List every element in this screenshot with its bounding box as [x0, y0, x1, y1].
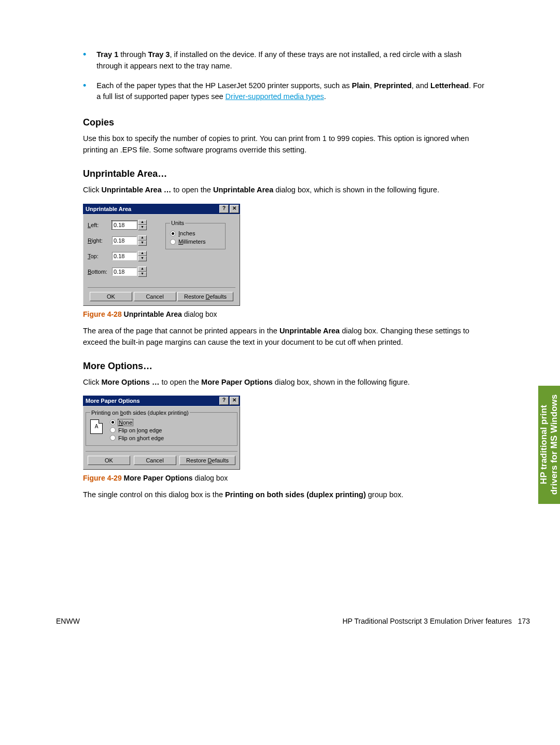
duplex-short-edge-option[interactable]: Flip on short edge — [110, 435, 164, 441]
radio-icon — [110, 427, 116, 433]
figure-4-28-caption: Figure 4-28 Unprintable Area dialog box — [83, 310, 487, 318]
driver-media-types-link[interactable]: Driver-supported media types — [226, 92, 324, 101]
right-label: Right: — [88, 237, 112, 244]
figure-4-29-caption: Figure 4-29 More Paper Options dialog bo… — [83, 474, 487, 482]
page-footer: ENWW HP Traditional Postscript 3 Emulati… — [56, 617, 530, 625]
dialog-titlebar: More Paper Options ? ✕ — [83, 396, 240, 406]
radio-checked-icon — [170, 231, 176, 236]
close-icon[interactable]: ✕ — [230, 397, 239, 405]
more-options-intro: Click More Options … to open the More Pa… — [83, 377, 487, 388]
copies-text: Use this box to specify the number of co… — [83, 133, 487, 156]
restore-defaults-button[interactable]: Restore Defaults — [179, 456, 235, 465]
ok-button[interactable]: OK — [88, 456, 130, 465]
duplex-long-edge-option[interactable]: Flip on long edge — [110, 427, 164, 433]
footer-left: ENWW — [56, 617, 80, 625]
left-label: Left: — [88, 222, 112, 228]
dialog-title: More Paper Options — [86, 398, 140, 404]
help-icon[interactable]: ? — [219, 397, 229, 405]
left-input[interactable] — [112, 221, 137, 229]
duplex-legend: Printing on both sides (duplex printing) — [90, 410, 190, 416]
more-options-heading: More Options… — [83, 361, 487, 372]
tray-bullets: • Tray 1 through Tray 3, if installed on… — [83, 49, 487, 103]
unprintable-area-description: The area of the page that cannot be prin… — [83, 326, 487, 348]
restore-defaults-button[interactable]: Restore Defaults — [177, 292, 233, 301]
footer-right: HP Traditional Postscript 3 Emulation Dr… — [342, 617, 530, 625]
help-icon[interactable]: ? — [219, 205, 229, 213]
units-groupbox: Units Inches Millimeters — [165, 220, 226, 249]
close-icon[interactable]: ✕ — [230, 205, 239, 213]
bullet-dot: • — [83, 49, 86, 72]
copies-heading: Copies — [83, 117, 487, 128]
unprintable-area-intro: Click Unprintable Area … to open the Unp… — [83, 185, 487, 196]
ok-button[interactable]: OK — [90, 292, 132, 301]
top-spinner[interactable]: ▲▼ — [138, 251, 147, 261]
bullet-text: Each of the paper types that the HP Lase… — [96, 80, 487, 103]
duplex-none-option[interactable]: None — [110, 419, 164, 426]
bullet-trays: • Tray 1 through Tray 3, if installed on… — [83, 49, 487, 72]
unprintable-area-dialog: Unprintable Area ? ✕ Left: ▲▼ Right: — [83, 204, 240, 306]
dialog-titlebar: Unprintable Area ? ✕ — [83, 204, 240, 214]
chapter-tab: HP traditional print drivers for MS Wind… — [538, 386, 560, 504]
bottom-spinner[interactable]: ▲▼ — [138, 266, 147, 277]
units-inches-option[interactable]: Inches — [170, 230, 221, 236]
left-spinner[interactable]: ▲▼ — [138, 220, 147, 230]
radio-icon — [110, 435, 116, 441]
cancel-button[interactable]: Cancel — [134, 456, 176, 465]
page-icon: A — [90, 419, 103, 434]
bottom-label: Bottom: — [88, 269, 112, 275]
radio-checked-icon — [110, 419, 116, 425]
dialog-title: Unprintable Area — [86, 206, 131, 212]
cancel-button[interactable]: Cancel — [134, 292, 176, 301]
bullet-paper-types: • Each of the paper types that the HP La… — [83, 80, 487, 103]
bottom-input[interactable] — [112, 268, 137, 276]
right-spinner[interactable]: ▲▼ — [138, 235, 147, 246]
units-mm-option[interactable]: Millimeters — [170, 238, 221, 245]
radio-icon — [170, 239, 176, 245]
right-input[interactable] — [112, 236, 137, 245]
top-label: Top: — [88, 253, 112, 259]
units-legend: Units — [170, 220, 185, 226]
duplex-groupbox: Printing on both sides (duplex printing)… — [86, 410, 237, 446]
more-options-description: The single control on this dialog box is… — [83, 489, 487, 501]
unprintable-area-heading: Unprintable Area… — [83, 168, 487, 179]
bullet-text: Tray 1 through Tray 3, if installed on t… — [96, 49, 487, 72]
top-input[interactable] — [112, 252, 137, 260]
bullet-dot: • — [83, 80, 86, 103]
more-paper-options-dialog: More Paper Options ? ✕ Printing on both … — [83, 396, 240, 470]
